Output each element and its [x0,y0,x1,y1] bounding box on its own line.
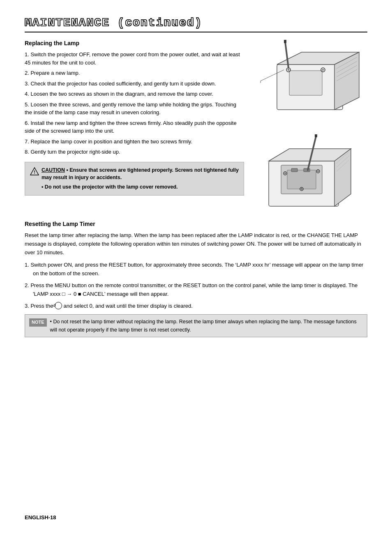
caution-line2: • Do not use the projector with the lamp… [30,183,239,191]
step-4: 4. Loosen the two screws as shown in the… [25,90,244,98]
svg-rect-9 [289,71,322,95]
caution-icon: ! [30,167,39,176]
svg-rect-30 [304,168,310,172]
reset-step-2: 2. Press the MENU button on the remote c… [25,281,367,299]
caution-label: CAUTION [42,167,65,173]
replacing-lamp-title: Replacing the Lamp [25,40,244,46]
step-3: 3. Check that the projector has cooled s… [25,80,244,88]
svg-rect-17 [284,40,286,43]
step-2: 2. Prepare a new lamp. [25,69,244,77]
note-text: • Do not reset the lamp timer without re… [50,318,363,334]
reset-symbol: ↺ [55,302,62,309]
svg-rect-28 [287,170,316,189]
step-1: 1. Switch the projector OFF, remove the … [25,51,244,67]
reset-step-3: 3. Press the ↺ and select 0, and wait un… [25,302,367,311]
note-box: NOTE • Do not reset the lamp timer witho… [25,314,367,337]
text-column: Replacing the Lamp 1. Switch the project… [25,40,244,212]
image-column [252,40,367,212]
replacing-lamp-steps: 1. Switch the projector OFF, remove the … [25,51,244,156]
caution-text: CAUTION • Ensure that screws are tighten… [42,166,239,182]
caution-box: ! CAUTION • Ensure that screws are tight… [25,162,244,196]
resetting-lamp-title: Resetting the Lamp Timer [25,221,367,227]
svg-text:!: ! [34,170,35,175]
resetting-lamp-intro: Reset the lamp timer after replacing the… [25,231,367,257]
step-8: 8. Gently turn the projector right-side … [25,148,244,156]
step-5: 5. Loosen the three screws, and gently r… [25,101,244,117]
projector-image-bottom [261,134,359,212]
resetting-lamp-section: Resetting the Lamp Timer Reset the lamp … [25,221,367,337]
note-label: NOTE [29,318,47,327]
page-title: MAINTENANCE (continued) [25,16,367,32]
svg-rect-32 [315,134,317,137]
caution-header: ! CAUTION • Ensure that screws are tight… [30,166,239,182]
main-content: Replacing the Lamp 1. Switch the project… [25,40,367,212]
reset-step-1: 1. Switch power ON, and press the RESET … [25,261,367,278]
step-7: 7. Replace the lamp cover in position an… [25,138,244,146]
note-container: NOTE • Do not reset the lamp timer witho… [25,314,367,337]
projector-image-top [256,40,363,126]
footer-text: ENGLISH-18 [25,514,56,521]
caution-line1: • Ensure that screws are tightened prope… [42,167,239,181]
resetting-lamp-steps: 1. Switch power ON, and press the RESET … [25,261,367,310]
svg-rect-29 [291,168,297,172]
step-6: 6. Install the new lamp and tighten the … [25,119,244,135]
